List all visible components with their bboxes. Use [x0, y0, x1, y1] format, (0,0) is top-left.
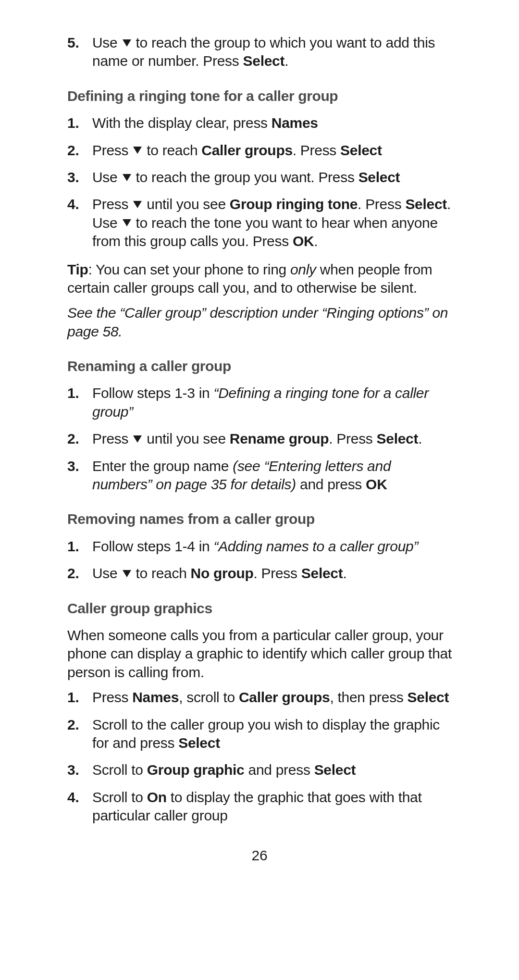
step-number: 3. [67, 168, 92, 186]
button-label: Select [408, 689, 449, 705]
step-body: Scroll to On to display the graphic that… [92, 788, 452, 825]
step: 4. Scroll to On to display the graphic t… [67, 788, 452, 825]
down-triangle-icon [123, 570, 131, 577]
step-number: 2. [67, 564, 92, 583]
cross-reference: See the “Caller group” description under… [67, 304, 452, 341]
step-number: 3. [67, 761, 92, 779]
button-label: Rename group [230, 431, 329, 447]
step-number: 2. [67, 141, 92, 160]
down-triangle-icon [123, 174, 131, 181]
button-label: Select [377, 431, 419, 447]
section-heading: Defining a ringing tone for a caller gro… [67, 87, 452, 105]
step-body: Scroll to the caller group you wish to d… [92, 716, 452, 753]
button-label: Names [272, 115, 318, 131]
button-label: Select [301, 565, 343, 581]
section-heading: Caller group graphics [67, 599, 452, 618]
step: 4. Press until you see Group ringing ton… [67, 195, 452, 250]
step-number: 1. [67, 114, 92, 132]
down-triangle-icon [133, 435, 142, 443]
button-label: On [147, 789, 167, 805]
button-label: Select [340, 142, 382, 158]
step-number: 5. [67, 34, 92, 71]
step: 1. Press Names, scroll to Caller groups,… [67, 688, 452, 707]
step: 5. Use to reach the group to which you w… [67, 34, 452, 71]
step-body: With the display clear, press Names [92, 114, 452, 132]
button-label: OK [366, 476, 387, 492]
step-number: 1. [67, 688, 92, 707]
step: 3. Enter the group name (see “Entering l… [67, 457, 452, 494]
section-heading: Removing names from a caller group [67, 510, 452, 528]
step-body: Press until you see Group ringing tone. … [92, 195, 452, 250]
step-body: Press until you see Rename group. Press … [92, 430, 452, 448]
step-body: Press Names, scroll to Caller groups, th… [92, 688, 452, 707]
button-label: Select [178, 735, 220, 751]
step-body: Follow steps 1-4 in “Adding names to a c… [92, 537, 452, 556]
down-triangle-icon [133, 147, 142, 154]
step-body: Follow steps 1-3 in “Defining a ringing … [92, 384, 452, 421]
down-triangle-icon [133, 201, 142, 208]
step: 1. With the display clear, press Names [67, 114, 452, 132]
down-triangle-icon [123, 39, 131, 47]
tip-label: Tip [67, 261, 88, 277]
button-label: Select [358, 169, 400, 185]
step: 1. Follow steps 1-4 in “Adding names to … [67, 537, 452, 556]
step: 2. Press until you see Rename group. Pre… [67, 430, 452, 448]
button-label: No group [191, 565, 254, 581]
button-label: OK [293, 233, 314, 249]
tip-paragraph: Tip: You can set your phone to ring only… [67, 261, 452, 298]
step-number: 1. [67, 384, 92, 421]
step-body: Use to reach the group you want. Press S… [92, 168, 452, 186]
step: 1. Follow steps 1-3 in “Defining a ringi… [67, 384, 452, 421]
step-number: 2. [67, 430, 92, 448]
button-label: Select [243, 53, 285, 69]
page-number: 26 [67, 846, 452, 865]
step-number: 4. [67, 788, 92, 825]
section-heading: Renaming a caller group [67, 357, 452, 375]
step-body: Use to reach No group. Press Select. [92, 564, 452, 583]
step-number: 2. [67, 716, 92, 753]
step-number: 4. [67, 195, 92, 250]
button-label: Select [314, 762, 356, 778]
step-number: 3. [67, 457, 92, 494]
step-body: Use to reach the group to which you want… [92, 34, 452, 71]
button-label: Group ringing tone [230, 196, 358, 212]
button-label: Names [132, 689, 179, 705]
step: 2. Press to reach Caller groups. Press S… [67, 141, 452, 160]
down-triangle-icon [123, 219, 131, 226]
button-label: Caller groups [239, 689, 330, 705]
step: 3. Scroll to Group graphic and press Sel… [67, 761, 452, 779]
step-body: Enter the group name (see “Entering lett… [92, 457, 452, 494]
step: 2. Use to reach No group. Press Select. [67, 564, 452, 583]
step-number: 1. [67, 537, 92, 556]
step-body: Press to reach Caller groups. Press Sele… [92, 141, 452, 160]
button-label: Group graphic [147, 762, 245, 778]
step-body: Scroll to Group graphic and press Select [92, 761, 452, 779]
section-intro: When someone calls you from a particular… [67, 626, 452, 682]
step: 3. Use to reach the group you want. Pres… [67, 168, 452, 186]
step: 2. Scroll to the caller group you wish t… [67, 716, 452, 753]
button-label: Select [405, 196, 447, 212]
button-label: Caller groups [201, 142, 292, 158]
